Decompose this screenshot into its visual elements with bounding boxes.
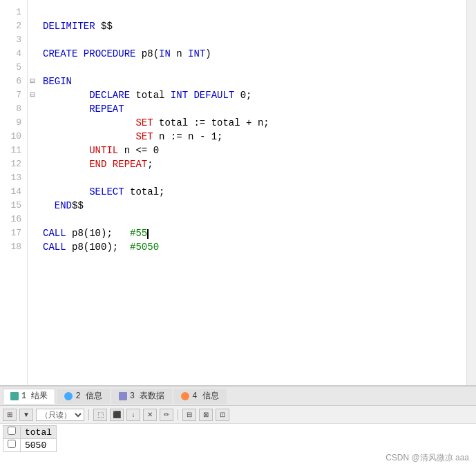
result-toolbar: ⊞ ▼ （只读） ⬚ ⬛ ↓ ✕ ✏ ⊟ ⊠ ⊡ bbox=[0, 406, 476, 424]
tabs-bar: 1 结果 2 信息 3 表数据 4 信息 bbox=[0, 387, 476, 406]
table-row: 5050 bbox=[3, 439, 57, 452]
toolbar-layout2-btn[interactable]: ⊠ bbox=[199, 409, 213, 421]
line-numbers: 1 2 3 4 5 6 7 8 9 10 11 12 13 14 15 16 1… bbox=[0, 0, 28, 385]
cell-total-value: 5050 bbox=[21, 439, 57, 452]
bottom-panel: 1 结果 2 信息 3 表数据 4 信息 ⊞ ▼ （只读） ⬚ ⬛ ↓ ✕ ✏ … bbox=[0, 385, 476, 468]
fold-gutter: ⊟ ⊟ bbox=[28, 0, 37, 385]
toolbar-dropdown-btn[interactable]: ▼ bbox=[19, 409, 33, 421]
code-line-10: SET n := n - 1; bbox=[43, 130, 466, 144]
code-line-13 bbox=[43, 171, 466, 185]
toolbar-paste-btn[interactable]: ⬛ bbox=[110, 409, 124, 421]
toolbar-edit-btn[interactable]: ✏ bbox=[160, 409, 173, 421]
code-line-7: DECLARE total INT DEFAULT 0; bbox=[43, 88, 466, 102]
toolbar-layout3-btn[interactable]: ⊡ bbox=[216, 409, 229, 421]
select-all-checkbox[interactable] bbox=[8, 427, 16, 435]
code-line-9: SET total := total + n; bbox=[43, 116, 466, 130]
tab-tabledata-label: 3 表数据 bbox=[130, 390, 164, 402]
editor-area: 1 2 3 4 5 6 7 8 9 10 11 12 13 14 15 16 1… bbox=[0, 0, 476, 385]
code-line-6: BEGIN bbox=[43, 75, 466, 88]
code-editor[interactable]: DELIMITER $$ CREATE PROCEDURE p8(IN n IN… bbox=[37, 0, 466, 385]
code-line-4: CREATE PROCEDURE p8(IN n INT) bbox=[43, 47, 466, 61]
code-line-3 bbox=[43, 33, 466, 47]
toolbar-import-btn[interactable]: ↓ bbox=[126, 409, 140, 421]
code-line-16 bbox=[43, 213, 466, 226]
code-line-8: REPEAT bbox=[43, 102, 466, 116]
toolbar-delete-btn[interactable]: ✕ bbox=[143, 409, 157, 421]
readonly-select[interactable]: （只读） bbox=[36, 409, 84, 421]
col-header-total: total bbox=[21, 426, 57, 439]
code-line-11: UNTIL n <= 0 bbox=[43, 144, 466, 157]
scrollbar[interactable] bbox=[466, 0, 476, 385]
divider2 bbox=[178, 409, 178, 420]
tab-info1[interactable]: 2 信息 bbox=[57, 389, 109, 404]
code-line-15: END$$ bbox=[43, 199, 466, 213]
info1-tab-icon bbox=[64, 392, 73, 400]
tab-info1-label: 2 信息 bbox=[75, 390, 102, 402]
col-header-checkbox bbox=[3, 426, 21, 439]
tab-info2[interactable]: 4 信息 bbox=[173, 389, 226, 404]
code-line-17: CALL p8(10); #55 bbox=[43, 226, 466, 240]
code-line-5 bbox=[43, 61, 466, 75]
toolbar-grid-btn[interactable]: ⊞ bbox=[3, 409, 17, 421]
tabledata-tab-icon bbox=[119, 392, 127, 400]
row-checkbox[interactable] bbox=[8, 440, 16, 448]
code-line-18: CALL p8(100); #5050 bbox=[43, 240, 466, 254]
code-line-12: END REPEAT; bbox=[43, 157, 466, 171]
result-tab-icon bbox=[10, 392, 19, 400]
tab-info2-label: 4 信息 bbox=[192, 390, 218, 402]
code-line-1 bbox=[43, 6, 466, 19]
result-table: total 5050 bbox=[3, 425, 57, 452]
divider1 bbox=[88, 409, 89, 420]
toolbar-copy-btn[interactable]: ⬚ bbox=[93, 409, 107, 421]
results-area: total 5050 CSDN @清风微凉 aaa bbox=[0, 424, 476, 468]
tab-result-label: 1 结果 bbox=[21, 390, 48, 402]
code-container: 1 2 3 4 5 6 7 8 9 10 11 12 13 14 15 16 1… bbox=[0, 0, 476, 385]
code-line-14: SELECT total; bbox=[43, 185, 466, 199]
tab-tabledata[interactable]: 3 表数据 bbox=[111, 389, 172, 404]
row-checkbox-cell bbox=[3, 439, 21, 452]
code-line-2: DELIMITER $$ bbox=[43, 19, 466, 33]
info2-tab-icon bbox=[181, 392, 189, 400]
tab-result[interactable]: 1 结果 bbox=[3, 389, 55, 404]
toolbar-layout1-btn[interactable]: ⊟ bbox=[182, 409, 196, 421]
watermark: CSDN @清风微凉 aaa bbox=[385, 452, 469, 464]
